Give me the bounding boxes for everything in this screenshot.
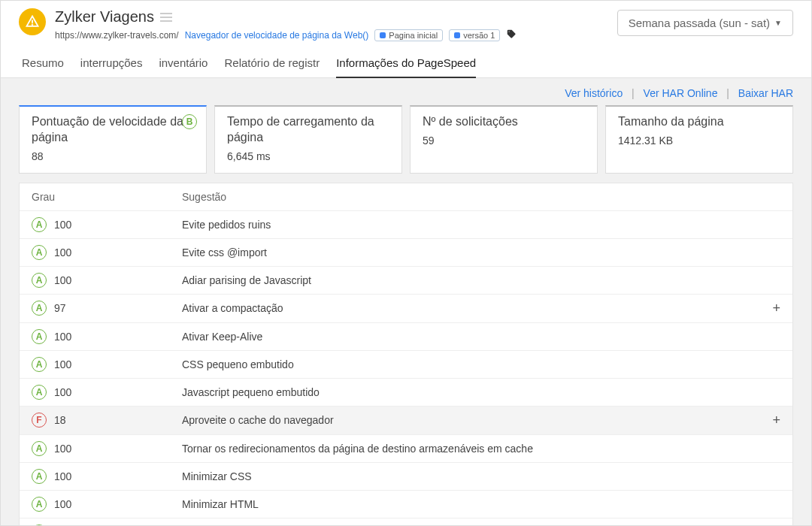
dot-icon [380,32,386,38]
tab-log-report[interactable]: Relatório de registr [224,52,320,77]
suggestion-text: Adiar parising de Javascript [182,274,758,286]
expand-icon[interactable]: + [758,301,780,316]
table-row[interactable]: A100Ativar Keep-Alive [20,322,792,350]
menu-icon[interactable] [160,11,172,24]
speed-browser-link[interactable]: Navegador de velocidade de página da Web… [185,30,369,41]
table-row[interactable]: A100Javascript pequeno embutido [20,378,792,406]
table-row[interactable]: A100Minimizar HTML [20,490,792,518]
suggestions-table: Grau Sugestão A100Evite pedidos ruinsA10… [19,183,793,525]
svg-point-1 [32,24,33,25]
tab-pagespeed[interactable]: Informações do PageSpeed [336,52,476,78]
grade-letter: A [32,245,47,260]
view-history-link[interactable]: Ver histórico [565,87,623,99]
table-row[interactable]: A97Ativar a compactação+ [20,294,792,322]
pill-label: versão 1 [463,31,495,40]
download-har-link[interactable]: Baixar HAR [738,87,793,99]
separator: | [632,87,635,99]
grade-score: 100 [54,219,71,231]
pill-version[interactable]: versão 1 [449,29,500,41]
suggestion-text: Minimizar CSS [182,470,758,482]
grade-badge: B [182,114,197,129]
date-range-picker[interactable]: Semana passada (sun - sat) ▼ [617,10,793,36]
grade-score: 100 [54,331,71,343]
table-row[interactable]: A100Tornar os redirecionamentos da págin… [20,434,792,462]
grade-letter: A [32,217,47,232]
grade-score: 18 [54,414,66,426]
card-load-time[interactable]: Tempo de carregamento da página 6,645 ms [214,105,402,174]
col-header-grade: Grau [32,191,182,203]
pill-label: Pagina inicial [389,31,438,40]
grade-letter: A [32,273,47,288]
grade-score: 97 [54,302,66,314]
grade-letter: A [32,497,47,512]
tab-outages[interactable]: interrupções [80,52,143,77]
grade-letter: A [32,329,47,344]
suggestion-text: Tornar os redirecionamentos da página de… [182,443,758,455]
card-pagespeed-score[interactable]: Pontuação de velocidade da página 88 B [19,105,207,174]
col-header-suggestion: Sugestão [182,191,758,203]
tabs: Resumo interrupções inventário Relatório… [1,44,811,78]
table-row[interactable]: A100Minimizar CSS [20,462,792,490]
card-value: 88 [32,150,194,162]
suggestion-text: Aproveite o cache do navegador [182,414,758,426]
table-row[interactable]: A100Evite pedidos ruins [20,210,792,238]
expand-icon[interactable]: + [758,413,780,428]
grade-score: 100 [54,498,71,510]
card-title: Tempo de carregamento da página [227,114,389,146]
suggestion-text: Evite pedidos ruins [182,219,758,231]
grade-letter: A [32,441,47,456]
suggestion-text: Ativar a compactação [182,302,758,314]
page-title: Zylker Viagens [55,8,154,26]
card-title: Pontuação de velocidade da página [32,114,194,146]
suggestion-text: Javascript pequeno embutido [182,386,758,398]
grade-letter: F [32,413,47,428]
site-url: https://www.zylker-travels.com/ [55,30,179,41]
suggestion-text: Minimizar HTML [182,498,758,510]
view-har-online-link[interactable]: Ver HAR Online [644,87,718,99]
grade-score: 100 [54,274,71,286]
table-row[interactable]: A100Adiar parising de Javascript [20,266,792,294]
table-row[interactable]: A100Evite css @import [20,238,792,266]
dot-icon [454,32,460,38]
tab-inventory[interactable]: inventário [159,52,208,77]
tag-icon[interactable] [506,29,517,41]
card-page-size[interactable]: Tamanho da página 1412.31 KB [605,105,793,174]
grade-score: 100 [54,443,71,455]
card-value: 59 [423,135,585,147]
table-row[interactable]: A99Minimizar JavaScript [20,518,792,525]
grade-letter: A [32,385,47,400]
grade-score: 100 [54,246,71,258]
caret-down-icon: ▼ [774,19,782,27]
date-range-label: Semana passada (sun - sat) [629,17,770,29]
grade-letter: A [32,357,47,372]
grade-score: 100 [54,358,71,370]
grade-score: 100 [54,470,71,482]
grade-letter: A [32,301,47,316]
suggestion-text: Evite css @import [182,246,758,258]
tab-summary[interactable]: Resumo [22,52,64,77]
card-title: Tamanho da página [618,114,780,130]
grade-letter: A [32,469,47,484]
grade-score: 100 [54,386,71,398]
card-requests[interactable]: Nº de solicitações 59 [410,105,598,174]
card-value: 6,645 ms [227,150,389,162]
separator: | [726,87,729,99]
table-row[interactable]: A100CSS pequeno embutido [20,350,792,378]
grade-letter: A [32,524,47,525]
table-row[interactable]: F18Aproveite o cache do navegador+ [20,406,792,434]
suggestion-text: Ativar Keep-Alive [182,331,758,343]
suggestion-text: CSS pequeno embutido [182,358,758,370]
logo [19,8,46,35]
card-title: Nº de solicitações [423,114,585,130]
pill-home[interactable]: Pagina inicial [374,29,443,41]
card-value: 1412.31 KB [618,135,780,147]
